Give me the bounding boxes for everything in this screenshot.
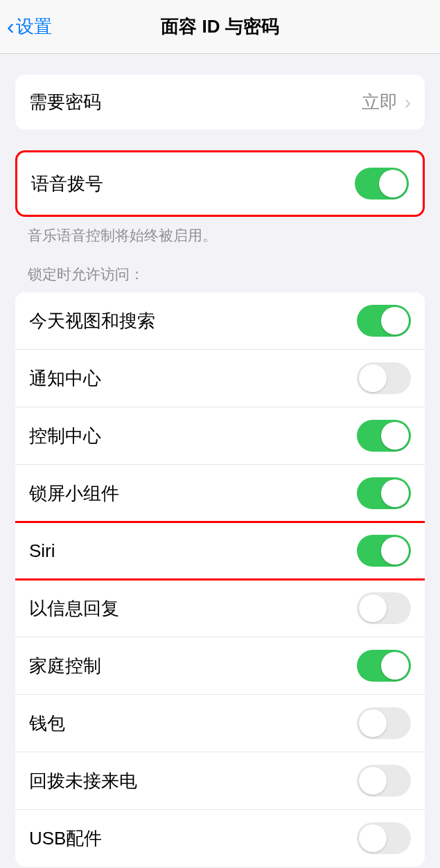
back-button[interactable]: ‹ 设置 (7, 14, 52, 39)
today-view-row: 今天视图和搜索 (15, 292, 425, 349)
voice-dial-label: 语音拨号 (31, 172, 103, 196)
control-center-label: 控制中心 (29, 424, 101, 448)
page-title: 面容 ID 与密码 (161, 15, 279, 39)
home-control-label: 家庭控制 (29, 654, 101, 678)
lock-screen-widgets-row: 锁屏小组件 (15, 464, 425, 522)
reply-with-message-row: 以信息回复 (15, 579, 425, 637)
return-missed-calls-row: 回拨未接来电 (15, 752, 425, 809)
today-view-label: 今天视图和搜索 (29, 309, 155, 333)
control-center-row: 控制中心 (15, 407, 425, 464)
siri-toggle[interactable] (357, 535, 411, 567)
chevron-left-icon: ‹ (7, 14, 15, 39)
home-control-row: 家庭控制 (15, 637, 425, 694)
control-center-toggle[interactable] (357, 420, 411, 452)
back-label: 设置 (16, 15, 52, 39)
voice-dial-toggle[interactable] (355, 168, 409, 200)
home-control-toggle[interactable] (357, 650, 411, 682)
today-view-toggle[interactable] (357, 305, 411, 337)
wallet-toggle[interactable] (357, 707, 411, 739)
navigation-header: ‹ 设置 面容 ID 与密码 (0, 0, 440, 54)
siri-label: Siri (29, 540, 55, 562)
wallet-label: 钱包 (29, 711, 65, 736)
notification-center-row: 通知中心 (15, 349, 425, 407)
voice-dial-group: 语音拨号 (15, 150, 425, 217)
notification-center-toggle[interactable] (357, 362, 411, 394)
notification-center-label: 通知中心 (29, 366, 101, 391)
chevron-right-icon: › (405, 91, 411, 114)
usb-accessories-toggle[interactable] (357, 822, 411, 854)
locked-access-header: 锁定时允许访问： (0, 245, 440, 292)
voice-dial-footer: 音乐语音控制将始终被启用。 (0, 217, 440, 245)
return-missed-calls-label: 回拨未接来电 (29, 769, 137, 793)
lock-screen-widgets-toggle[interactable] (357, 477, 411, 509)
reply-with-message-toggle[interactable] (357, 592, 411, 624)
reply-with-message-label: 以信息回复 (29, 596, 119, 621)
require-passcode-value: 立即 (362, 90, 398, 114)
lock-screen-widgets-label: 锁屏小组件 (29, 481, 119, 506)
return-missed-calls-toggle[interactable] (357, 765, 411, 797)
passcode-group: 需要密码 立即 › (15, 75, 425, 130)
locked-access-group: 今天视图和搜索 通知中心 控制中心 锁屏小组件 Siri 以信息回复 家庭控制 (15, 292, 425, 867)
voice-dial-row: 语音拨号 (17, 152, 423, 215)
usb-accessories-row: USB配件 (15, 809, 425, 867)
wallet-row: 钱包 (15, 694, 425, 752)
usb-accessories-label: USB配件 (29, 826, 102, 851)
require-passcode-row[interactable]: 需要密码 立即 › (15, 75, 425, 130)
require-passcode-label: 需要密码 (29, 90, 101, 114)
siri-row: Siri (15, 522, 425, 579)
